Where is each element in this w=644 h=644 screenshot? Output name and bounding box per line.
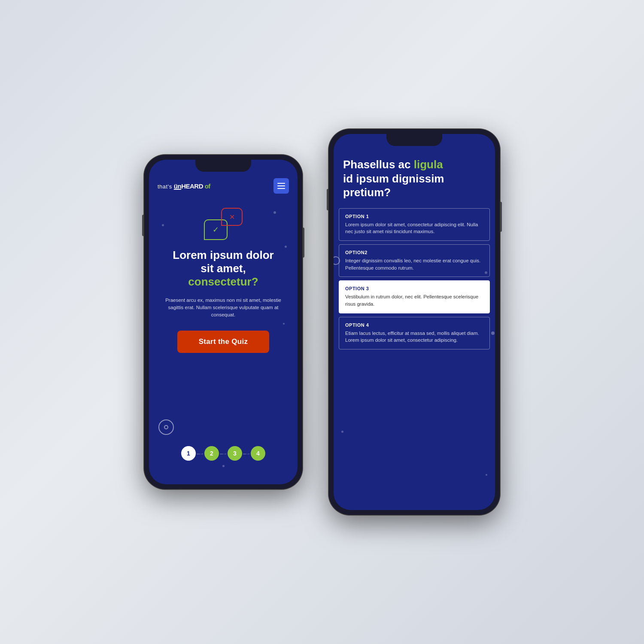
option-1-card[interactable]: OPTION 1 Lorem ipsum dolor sit amet, con…	[339, 208, 490, 241]
option-4-text: Etiam lacus lectus, efficitur at massa s…	[345, 330, 483, 344]
phones-container: that's ünHEARD of ✓	[144, 129, 500, 515]
option-4-dot	[491, 331, 495, 335]
option-2-label: OPTION2	[345, 250, 483, 255]
start-quiz-button[interactable]: Start the Quiz	[177, 331, 270, 353]
menu-line-3	[277, 188, 285, 189]
phone-1-header: that's ünHEARD of	[149, 175, 298, 197]
step-4: 4	[251, 446, 265, 461]
option-2-radio	[334, 256, 340, 265]
step-1: 1	[181, 446, 196, 461]
arrow-3: ---→	[243, 451, 250, 456]
record-inner-circle	[164, 425, 168, 429]
phone-2-notch	[386, 134, 442, 146]
record-icon	[158, 419, 174, 435]
step-3: 3	[228, 446, 242, 461]
option-3-label: OPTION 3	[345, 286, 483, 291]
question-line3: pretium?	[343, 186, 391, 199]
logo-brand: ünHEARD of	[174, 182, 210, 190]
logo-of: of	[203, 182, 210, 190]
phone-1-screen: that's ünHEARD of ✓	[149, 160, 298, 484]
question-line1: Phasellus ac	[343, 158, 411, 171]
question-line2: id ipsum dignissim	[343, 172, 444, 185]
check-icon: ✓	[213, 225, 219, 234]
step-2: 2	[204, 446, 219, 461]
step-indicators: 1 ---→ 2 ---→ 3 ---→ 4	[149, 446, 298, 461]
dot-p2-2	[341, 431, 343, 433]
option-1-text: Lorem ipsum dolor sit amet, consectetur …	[345, 221, 483, 235]
dot-4	[222, 465, 225, 467]
dot-5	[285, 246, 287, 248]
option-2-card[interactable]: OPTION2 Integer dignissim convallis leo,…	[339, 244, 490, 277]
option-1-label: OPTION 1	[345, 214, 483, 219]
logo-un: ün	[174, 182, 181, 190]
arrow-1: ---→	[197, 451, 204, 456]
logo-heard: HEARD	[181, 182, 203, 190]
quiz-icon: ✓ ✕	[204, 208, 243, 240]
dot-2	[162, 224, 164, 226]
phone-2: Phasellus ac ligula id ipsum dignissim p…	[328, 129, 500, 515]
option-4-label: OPTION 4	[345, 322, 483, 328]
options-list: OPTION 1 Lorem ipsum dolor sit amet, con…	[334, 207, 495, 510]
option-3-card[interactable]: OPTION 3 Vestibulum in rutrum dolor, nec…	[339, 280, 490, 313]
phone-2-screen: Phasellus ac ligula id ipsum dignissim p…	[334, 134, 495, 510]
question-highlight: ligula	[414, 158, 443, 171]
title-highlight: consectetur?	[188, 275, 258, 288]
menu-line-1	[277, 183, 285, 184]
x-icon: ✕	[229, 213, 235, 221]
chat-bubble-front: ✕	[221, 208, 243, 226]
title-line1: Lorem ipsum dolor	[173, 249, 273, 261]
quiz-question: Phasellus ac ligula id ipsum dignissim p…	[334, 149, 495, 207]
menu-line-2	[277, 185, 285, 186]
phone-1-notch	[195, 160, 251, 172]
logo-prefix: that's	[158, 183, 172, 190]
phone-2-content: Phasellus ac ligula id ipsum dignissim p…	[334, 134, 495, 510]
phone-1-subtitle: Praesent arcu ex, maximus non mi sit ame…	[149, 297, 298, 319]
option-4-card[interactable]: OPTION 4 Etiam lacus lectus, efficitur a…	[339, 317, 490, 349]
phone-1: that's ünHEARD of ✓	[144, 155, 303, 489]
dot-3	[283, 323, 285, 325]
option-3-text: Vestibulum in rutrum dolor, nec elit. Pe…	[345, 293, 483, 307]
option-2-text: Integer dignissim convallis leo, nec mol…	[345, 257, 483, 271]
arrow-2: ---→	[220, 451, 227, 456]
menu-button[interactable]	[273, 178, 289, 194]
phone-1-content: that's ünHEARD of ✓	[149, 160, 298, 484]
dot-p2-3	[486, 474, 487, 476]
phone-1-title: Lorem ipsum dolor sit amet, consectetur?	[164, 249, 282, 289]
logo: that's ünHEARD of	[158, 182, 210, 190]
dot-1	[273, 211, 276, 214]
title-line2: sit amet,	[200, 262, 246, 275]
